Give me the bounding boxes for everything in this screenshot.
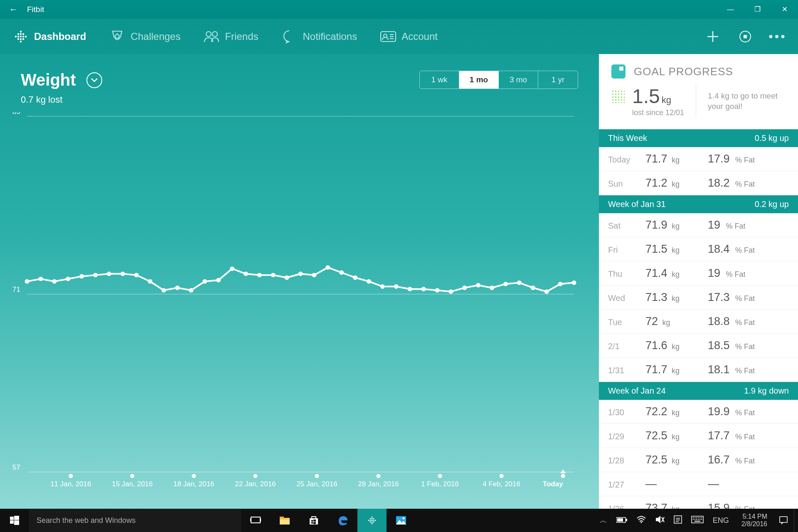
weight-entry-row[interactable]: Tue72 kg18.8 % Fat [599,310,798,334]
svg-point-109 [372,522,373,523]
battery-icon[interactable] [616,516,627,525]
maximize-button[interactable]: ❐ [744,0,771,19]
weight-entry-row[interactable]: Sat71.9 kg19 % Fat [599,213,798,237]
sync-badge-icon[interactable] [737,29,753,44]
minimize-button[interactable]: — [717,0,744,19]
svg-rect-135 [696,517,697,518]
wifi-icon[interactable] [636,516,646,525]
nav-dashboard[interactable]: Dashboard [12,28,86,45]
week-header[interactable]: Week of Jan 241.9 kg down [599,382,798,400]
nav-challenges[interactable]: Challenges [109,28,180,45]
svg-rect-143 [699,519,700,520]
back-button[interactable]: ← [0,4,27,15]
entry-fat: 18.8 % Fat [708,315,755,328]
weight-entry-row[interactable]: Thu71.4 kg19 % Fat [599,261,798,286]
chart-panel: Weight 0.7 kg lost 1 wk 1 mo 3 mo 1 yr 8… [0,54,599,509]
weight-entry-row[interactable]: Fri71.5 kg18.4 % Fat [599,237,798,261]
range-1yr[interactable]: 1 yr [538,71,578,89]
svg-rect-142 [698,519,699,520]
goal-value: 1.5kg [632,85,684,108]
svg-point-40 [162,288,166,293]
entry-day: Thu [608,269,645,279]
svg-rect-141 [696,519,697,520]
weight-entry-row[interactable]: 1/2972.5 kg17.7 % Fat [599,424,798,448]
entry-fat: 18.1 % Fat [708,363,755,376]
show-desktop-button[interactable] [794,509,798,532]
svg-point-107 [373,520,374,521]
nav-label: Account [401,31,438,42]
keyboard-icon[interactable] [691,515,704,526]
svg-point-41 [175,286,180,290]
add-button[interactable] [705,29,721,44]
task-store[interactable] [299,509,328,532]
weight-chart[interactable]: 85715711 Jan, 201615 Jan, 201618 Jan, 20… [12,112,578,496]
entry-weight: 72.5 kg [645,453,708,466]
taskbar-search[interactable]: Search the web and Windows [29,509,241,532]
svg-point-52 [325,265,330,270]
svg-rect-92 [10,520,14,524]
entry-day: 1/30 [608,408,645,417]
entry-fat: 17.3 % Fat [708,291,755,304]
taskbar-clock[interactable]: 5:14 PM 2/8/2016 [736,513,773,528]
entry-fat: 15.9 % Fat [708,502,755,509]
svg-rect-137 [699,517,700,518]
weight-entry-row[interactable]: 1/2673.7 kg15.9 % Fat [599,496,798,509]
goal-section-title: GOAL PROGRESS [634,65,733,78]
svg-point-70 [571,281,576,285]
week-header[interactable]: This Week0.5 kg up [599,129,798,147]
tray-chevron-icon[interactable]: ︿ [600,515,607,525]
notes-tray-icon[interactable] [674,515,682,526]
svg-point-105 [372,520,373,521]
svg-point-36 [107,271,111,276]
weight-entry-row[interactable]: Wed71.3 kg17.3 % Fat [599,286,798,310]
weight-entry-row[interactable]: 1/3171.7 kg18.1 % Fat [599,358,798,382]
volume-icon[interactable] [655,515,665,526]
task-file-explorer[interactable] [270,509,299,532]
svg-rect-128 [674,516,682,523]
svg-point-53 [339,270,344,275]
system-tray[interactable]: ︿ ENG [593,515,736,526]
week-header[interactable]: Week of Jan 310.2 kg up [599,195,798,213]
weight-entry-row[interactable]: 1/2872.5 kg16.7 % Fat [599,448,798,472]
range-1mo[interactable]: 1 mo [459,71,499,89]
weight-entry-row[interactable]: 2/171.6 kg18.5 % Fat [599,334,798,358]
expand-chevron-icon[interactable] [86,72,102,88]
entry-day: 1/31 [608,366,645,375]
task-photos[interactable] [387,509,416,532]
svg-point-45 [230,266,234,271]
action-center-button[interactable] [773,509,794,532]
weight-entry-row[interactable]: Sun71.2 kg18.2 % Fat [599,171,798,195]
more-button[interactable]: ••• [770,29,786,44]
svg-point-56 [380,284,385,289]
entry-weight: 71.7 kg [645,153,708,165]
svg-text:25 Jan, 2016: 25 Jan, 2016 [296,480,337,488]
task-fitbit[interactable] [357,509,387,532]
weight-entry-row[interactable]: 1/3072.2 kg19.9 % Fat [599,400,798,424]
nav-friends[interactable]: Friends [203,28,258,45]
close-button[interactable]: ✕ [771,0,798,19]
svg-point-65 [503,282,508,286]
svg-rect-90 [10,517,14,520]
svg-point-115 [373,522,374,523]
nav-label: Friends [225,31,258,42]
svg-rect-96 [260,518,261,522]
entry-day: 2/1 [608,342,645,351]
task-view-button[interactable] [241,509,270,532]
task-edge[interactable] [328,509,357,532]
svg-point-4 [20,38,22,39]
svg-rect-95 [250,518,251,522]
start-button[interactable] [0,509,29,532]
range-3mo[interactable]: 3 mo [499,71,538,89]
nav-account[interactable]: Account [380,28,438,45]
weight-entry-row[interactable]: 1/27—— [599,472,798,496]
time-range-segmented: 1 wk 1 mo 3 mo 1 yr [419,71,578,89]
challenges-icon [109,28,126,45]
language-indicator[interactable]: ENG [713,516,729,525]
week-title: Week of Jan 31 [608,200,666,209]
svg-rect-138 [701,517,702,518]
range-1wk[interactable]: 1 wk [420,71,459,89]
weight-entry-row[interactable]: Today71.7 kg17.9 % Fat [599,147,798,171]
entry-fat: 18.4 % Fat [708,243,755,256]
entry-fat: 19.9 % Fat [708,405,755,418]
nav-notifications[interactable]: Notifications [281,28,357,45]
